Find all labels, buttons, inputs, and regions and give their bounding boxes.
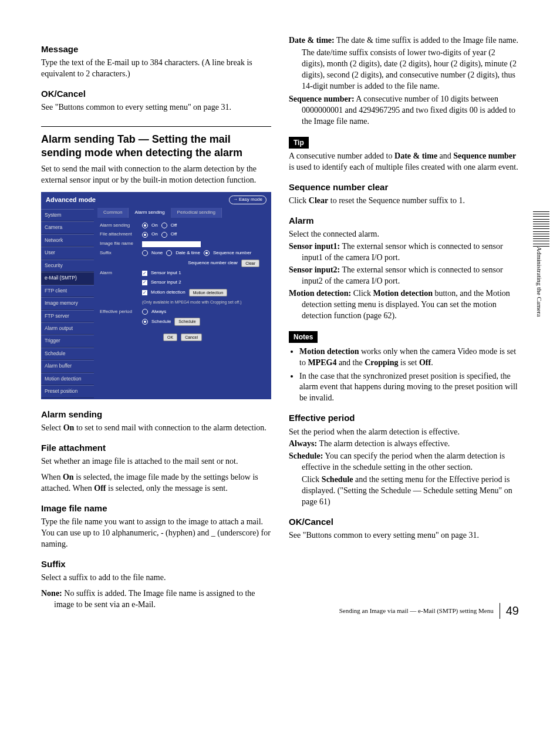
side-chapter-label: Administrating the Camera — [535, 247, 544, 317]
text-image-file-name: Type the file name you want to assign to… — [41, 517, 271, 550]
label-seq-clear: Sequence number clear — [188, 260, 238, 267]
tip-text: A consecutive number added to Date & tim… — [289, 151, 519, 173]
motion-detection-button[interactable]: Motion detection — [189, 289, 227, 296]
motion-detection-item: Motion detection: Click Motion detection… — [289, 288, 519, 322]
tip-label: Tip — [289, 137, 309, 149]
left-column: Message Type the text of the E-mail up t… — [41, 35, 271, 613]
heading-alarm-sending-tab: Alarm sending Tab — Setting the mail sen… — [41, 126, 271, 159]
date-time-detail: The date/time suffix consists of lower t… — [289, 48, 519, 92]
text-ok-cancel: See "Buttons common to every setting men… — [41, 102, 271, 113]
note-2: In the case that the synchronized preset… — [299, 371, 519, 405]
label-alarm-sending: Alarm sending — [100, 223, 139, 229]
page-footer: Sending an Image via mail — e-Mail (SMTP… — [339, 603, 519, 619]
heading-alarm: Alarm — [289, 215, 519, 227]
text-effective-period: Set the period when the alarm detection … — [289, 427, 519, 438]
input-image-file-name[interactable] — [142, 241, 201, 247]
heading-effective-period: Effective period — [289, 412, 519, 424]
heading-alarm-sending: Alarm sending — [41, 409, 271, 420]
schedule-detail: Click Schedule and the setting menu for … — [289, 474, 519, 508]
radio-always[interactable] — [142, 309, 148, 315]
label-image-file-name: Image file name — [100, 241, 139, 247]
text-alarm: Select the connected alarm. — [289, 229, 519, 240]
text-seq-clear: Click Clear to reset the Sequence number… — [289, 196, 519, 207]
sidebar-item-trigger[interactable]: Trigger — [41, 335, 94, 347]
note-1: Motion detection works only when the cam… — [299, 346, 519, 369]
sidebar-item-ftp-client[interactable]: FTP client — [41, 285, 94, 297]
suffix-none-item: None: No suffix is added. The Image file… — [41, 588, 271, 611]
arrow-right-icon: → — [233, 197, 238, 202]
sidebar-item-preset-position[interactable]: Preset position — [41, 385, 94, 397]
sidebar-item-ftp-server[interactable]: FTP server — [41, 310, 94, 322]
checkbox-motion-detection[interactable]: ✓ — [142, 290, 147, 295]
sequence-number-item: Sequence number: A consecutive number of… — [289, 94, 519, 127]
cancel-button[interactable]: Cancel — [181, 333, 202, 341]
right-column: Date & time: The date & time suffix is a… — [289, 35, 519, 613]
text-message: Type the text of the E-mail up to 384 ch… — [41, 58, 271, 80]
radio-suffix-none[interactable] — [142, 250, 148, 256]
radio-file-on[interactable] — [142, 232, 148, 238]
text-alarm-sending: Select On to set to send mail with conne… — [41, 423, 271, 434]
footer-text: Sending an Image via mail — e-Mail (SMTP… — [339, 607, 494, 615]
sidebar-item-system[interactable]: System — [41, 209, 94, 221]
sidebar-item-security[interactable]: Security — [41, 260, 94, 272]
heading-seq-clear: Sequence number clear — [289, 181, 519, 193]
label-suffix: Suffix — [100, 250, 139, 257]
page-number: 49 — [500, 603, 519, 619]
heading-message: Message — [41, 43, 271, 55]
text-file-att-1: Set whether an image file is attached to… — [41, 456, 271, 467]
radio-suffix-seq[interactable] — [204, 250, 210, 256]
always-item: Always: The alarm detection is always ef… — [289, 439, 519, 450]
checkbox-sensor1[interactable]: ✓ — [142, 271, 147, 276]
embedded-screenshot: Advanced mode → Easy mode System Camera … — [41, 192, 271, 399]
notes-list: Motion detection works only when the cam… — [289, 346, 519, 404]
notes-label: Notes — [289, 331, 318, 343]
text-alarm-tab: Set to send the mail with connection to … — [41, 164, 271, 186]
sidebar-item-alarm-buffer[interactable]: Alarm buffer — [41, 360, 94, 372]
checkbox-sensor2[interactable]: ✓ — [142, 280, 147, 285]
heading-image-file-name: Image file name — [41, 503, 271, 514]
sidebar-item-alarm-output[interactable]: Alarm output — [41, 322, 94, 335]
sidebar-item-motion-detection[interactable]: Motion detection — [41, 373, 94, 385]
ok-button[interactable]: OK — [163, 333, 177, 341]
clear-button[interactable]: Clear — [241, 260, 259, 267]
sensor-input1-item: Sensor input1: The external sensor which… — [289, 241, 519, 264]
tab-common[interactable]: Common — [97, 208, 129, 218]
sidebar-item-network[interactable]: Network — [41, 234, 94, 247]
radio-schedule[interactable] — [142, 319, 148, 325]
heading-ok-cancel-2: OK/Cancel — [289, 516, 519, 528]
label-file-attachment: File attachment — [100, 231, 139, 238]
sidebar-item-schedule[interactable]: Schedule — [41, 348, 94, 360]
sensor-input2-item: Sensor input2: The external sensor which… — [289, 265, 519, 287]
radio-alarm-off[interactable] — [161, 223, 167, 228]
label-alarm: Alarm — [100, 270, 139, 277]
tab-alarm-sending[interactable]: Alarm sending — [129, 208, 171, 218]
sidebar-item-email-smtp[interactable]: e-Mail (SMTP) — [41, 272, 94, 284]
sidebar-item-image-memory[interactable]: Image memory — [41, 297, 94, 309]
heading-ok-cancel: OK/Cancel — [41, 88, 271, 100]
radio-alarm-on[interactable] — [142, 223, 148, 228]
heading-file-attachment: File attachment — [41, 442, 271, 454]
tab-periodical-sending[interactable]: Periodical sending — [171, 208, 222, 218]
sidebar-item-camera[interactable]: Camera — [41, 221, 94, 234]
settings-tabs: Common Alarm sending Periodical sending — [97, 208, 268, 218]
text-ok-cancel-2: See "Buttons common to every setting men… — [289, 530, 519, 541]
date-time-item: Date & time: The date & time suffix is a… — [289, 35, 519, 46]
mode-title: Advanced mode — [46, 196, 96, 204]
side-marker-icon — [533, 211, 549, 247]
heading-suffix: Suffix — [41, 558, 271, 570]
text-suffix: Select a suffix to add to the file name. — [41, 572, 271, 584]
settings-sidebar: System Camera Network User Security e-Ma… — [41, 208, 94, 399]
text-file-att-2: When On is selected, the image file made… — [41, 472, 271, 494]
schedule-button[interactable]: Schedule — [174, 318, 200, 325]
easy-mode-button[interactable]: → Easy mode — [229, 196, 266, 204]
sidebar-item-user[interactable]: User — [41, 247, 94, 259]
schedule-item: Schedule: You can specify the period whe… — [289, 451, 519, 473]
motion-detection-note: (Only available in MPEG4 mode with Cropp… — [100, 299, 265, 305]
label-effective-period: Effective period — [100, 309, 139, 315]
radio-file-off[interactable] — [161, 232, 167, 238]
radio-suffix-datetime[interactable] — [166, 250, 172, 256]
